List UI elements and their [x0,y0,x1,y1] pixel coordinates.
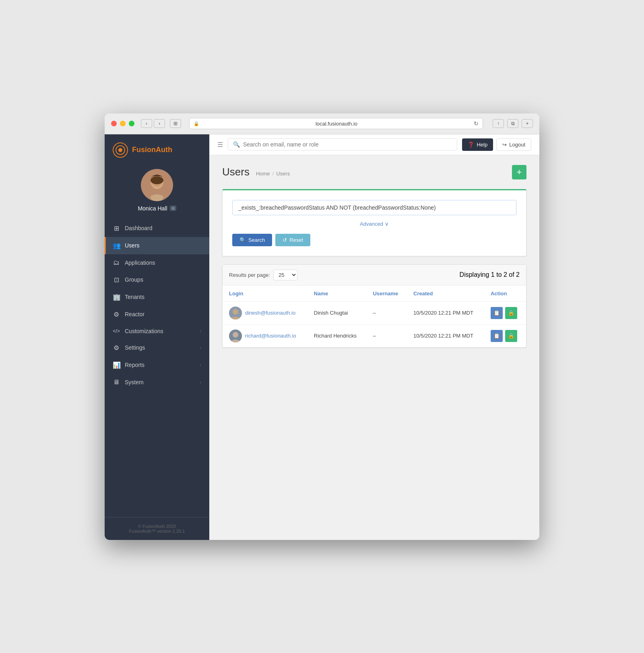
action-cell-1: 📋 🔒 [491,307,520,319]
new-tab-button[interactable]: + [522,119,533,128]
sidebar-item-applications[interactable]: 🗂 Applications [105,254,209,271]
help-button[interactable]: ❓ Help [462,138,493,151]
sidebar-label-reports: Reports [125,362,195,368]
address-bar[interactable]: 🔒 local.fusionauth.io ↻ [189,118,483,129]
manage-user-1-button[interactable]: 🔒 [505,307,517,319]
logo-icon [113,142,128,158]
page-title-area: Users Home / Users [222,166,290,178]
per-page-select[interactable]: 25 50 100 [273,270,297,280]
title-bar: ‹ › ⊞ 🔒 local.fusionauth.io ↻ ↑ ⧉ + [105,113,539,134]
sidebar-item-groups[interactable]: ⊡ Groups [105,271,209,288]
results-count: Displaying 1 to 2 of 2 [460,271,520,278]
content-inner: Users Home / Users + [209,155,539,540]
avatar-image [141,169,173,201]
groups-icon: ⊡ [113,276,120,284]
sidebar-item-users[interactable]: 👥 Users [105,237,209,254]
breadcrumb-home[interactable]: Home [256,171,270,177]
col-action: Action [484,286,526,302]
user-username-1: – [366,301,407,324]
edit-icon-2: 📋 [493,333,500,339]
col-login: Login [223,286,308,302]
sidebar-item-reactor[interactable]: ⚙ Reactor [105,306,209,323]
sidebar-label-applications: Applications [125,260,201,266]
sidebar-logo: FusionAuth [105,134,209,164]
table-body: dinesh@fusionauth.io Dinish Chugtai – 10… [223,301,526,347]
back-button[interactable]: ‹ [141,119,152,128]
col-username: Username [366,286,407,302]
results-table: Login Name Username Created Action [223,286,526,347]
sidebar-item-settings[interactable]: ⚙ Settings ‹ [105,339,209,356]
chevron-down-icon: ∨ [385,221,389,227]
right-panel: ☰ 🔍 ❓ Help ↪ Logout [209,134,539,540]
advanced-label: Advanced [360,221,383,227]
maximize-traffic-light[interactable] [129,121,134,126]
add-user-button[interactable]: + [512,165,526,179]
user-created-2: 10/5/2020 12:21 PM MDT [407,324,484,347]
reset-icon: ↺ [283,237,287,243]
applications-icon: 🗂 [113,259,120,266]
breadcrumb: Home / Users [256,171,290,177]
reader-view-button[interactable]: ⊞ [170,119,181,128]
sidebar: FusionAuth [105,134,209,540]
share-button[interactable]: ↑ [493,119,504,128]
sidebar-label-dashboard: Dashboard [125,225,201,231]
user-login-cell-2[interactable]: richard@fusionauth.io [229,330,301,342]
sidebar-label-reactor: Reactor [125,311,201,317]
minimize-traffic-light[interactable] [120,121,126,126]
reload-button[interactable]: ↻ [474,120,479,127]
sidebar-label-users: Users [125,242,201,249]
sidebar-item-system[interactable]: 🖥 System ‹ [105,374,209,391]
search-card: Advanced ∨ 🔍 Search ↺ Reset [222,189,526,256]
user-login-cell-1[interactable]: dinesh@fusionauth.io [229,307,301,319]
forward-button[interactable]: › [154,119,165,128]
url-text: local.fusionauth.io [202,121,471,127]
edit-icon: 📋 [493,310,500,316]
login-email-2: richard@fusionauth.io [245,333,296,339]
search-input[interactable] [243,141,452,148]
results-header: Results per page: 25 50 100 Displaying 1… [223,265,526,286]
search-query-input[interactable] [232,200,516,215]
sidebar-item-customizations[interactable]: </> Customizations ‹ [105,323,209,339]
sidebar-footer: © FusionAuth 2020 FusionAuth™ version 1.… [105,517,209,540]
breadcrumb-current: Users [276,171,290,177]
sidebar-label-tenants: Tenants [125,294,201,300]
per-page-label: Results per page: [229,272,270,278]
reset-label: Reset [289,237,303,243]
menu-icon[interactable]: ☰ [217,141,223,148]
lock-icon: 🔒 [194,121,199,126]
sidebar-label-groups: Groups [125,276,201,283]
traffic-lights [111,121,134,126]
sidebar-label-customizations: Customizations [125,328,195,334]
advanced-link[interactable]: Advanced ∨ [360,221,389,227]
close-traffic-light[interactable] [111,121,117,126]
search-button[interactable]: 🔍 Search [232,234,272,246]
advanced-toggle: Advanced ∨ [232,220,516,227]
edit-user-2-button[interactable]: 📋 [491,330,503,342]
mac-window: ‹ › ⊞ 🔒 local.fusionauth.io ↻ ↑ ⧉ + Fusi… [105,113,539,540]
avatar [141,169,173,201]
footer-line2: FusionAuth™ version 1.20.1 [113,529,201,534]
reports-arrow-icon: ‹ [200,362,201,368]
results-section: Results per page: 25 50 100 Displaying 1… [222,264,526,348]
user-avatar-2 [229,330,242,342]
edit-user-1-button[interactable]: 📋 [491,307,503,319]
sidebar-label-settings: Settings [125,344,195,351]
app-layout: FusionAuth [105,134,539,540]
col-created: Created [407,286,484,302]
dashboard-icon: ⊞ [113,225,120,232]
duplicate-tab-button[interactable]: ⧉ [507,119,518,128]
user-badge: ⊞ [170,206,176,211]
main-content: Users Home / Users + [209,155,539,540]
user-avatar-1 [229,307,242,319]
manage-user-2-button[interactable]: 🔒 [505,330,517,342]
table-row: dinesh@fusionauth.io Dinish Chugtai – 10… [223,301,526,324]
sidebar-item-dashboard[interactable]: ⊞ Dashboard [105,220,209,237]
logout-button[interactable]: ↪ Logout [496,138,531,151]
help-circle-icon: ❓ [468,142,474,148]
sidebar-item-tenants[interactable]: 🏢 Tenants [105,288,209,306]
page-title: Users [222,166,250,178]
action-cell-2: 📋 🔒 [491,330,520,342]
login-email-1: dinesh@fusionauth.io [245,310,295,316]
reset-button[interactable]: ↺ Reset [275,234,310,246]
sidebar-item-reports[interactable]: 📊 Reports ‹ [105,356,209,374]
